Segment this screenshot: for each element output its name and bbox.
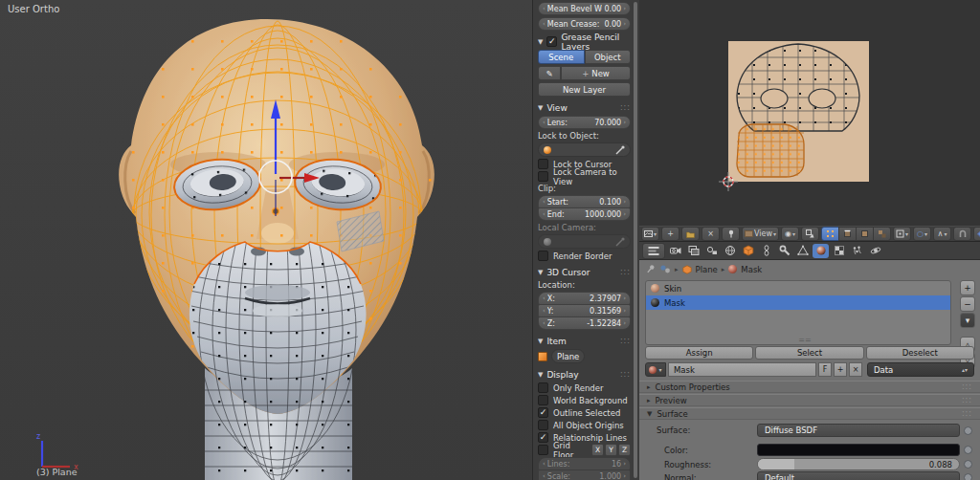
outline-selected-row[interactable]: Outline Selected [538, 407, 631, 418]
color-swatch[interactable] [757, 444, 960, 456]
material-slot-list[interactable]: Skin Mask == [645, 280, 951, 345]
grease-scene-button[interactable]: Scene [538, 50, 585, 64]
panel-grip[interactable]: ::: [962, 409, 972, 418]
item-panel-header[interactable]: ▼ Item ::: [538, 335, 631, 347]
breadcrumb-object[interactable]: Plane [696, 265, 718, 274]
normal-dropdown[interactable]: Default [757, 471, 960, 480]
tab-render-layers[interactable] [685, 244, 702, 258]
tab-physics[interactable] [867, 244, 883, 258]
snap-toggle[interactable] [953, 227, 971, 241]
falloff-dropdown[interactable]: ∧▾ [933, 227, 951, 241]
item-name-field[interactable]: Plane [551, 349, 585, 363]
lens-slider[interactable]: ‹ Lens: 70.000 › [538, 116, 631, 129]
remove-slot-button[interactable]: − [960, 296, 975, 312]
browse-material-button[interactable]: ▾ [645, 362, 666, 377]
fake-user-button[interactable]: F [818, 362, 832, 377]
tab-object-data[interactable] [794, 244, 811, 258]
pin-icon[interactable] [646, 264, 656, 274]
normal-socket-icon[interactable] [964, 473, 972, 480]
eyedropper-icon[interactable] [615, 237, 625, 247]
color-socket-icon[interactable] [964, 446, 972, 454]
grid-scale-slider[interactable]: ‹ Scale: 1.000 › [538, 469, 631, 480]
pivot-dropdown[interactable]: ◉▾ [781, 227, 799, 241]
viewport-3d[interactable]: User Ortho z x (3) Plane [0, 0, 532, 480]
material-slot-mask[interactable]: Mask [646, 295, 950, 310]
grease-object-button[interactable]: Object [585, 50, 632, 64]
vertex-select-mode[interactable] [821, 227, 839, 241]
clip-end-slider[interactable]: ‹ End: 1000.000 › [538, 207, 631, 221]
pencil-icon[interactable]: ✎ [538, 66, 561, 80]
roughness-socket-icon[interactable] [964, 460, 972, 469]
edge-select-mode[interactable] [838, 227, 857, 241]
grease-pencil-checkbox[interactable] [546, 36, 557, 47]
grease-new-button[interactable]: +New [561, 66, 631, 80]
grid-z-toggle[interactable]: Z [618, 444, 631, 456]
all-object-origins-checkbox[interactable] [538, 420, 548, 430]
view-menu-dropdown[interactable]: View ▾ [742, 227, 779, 241]
relationship-lines-checkbox[interactable] [538, 432, 548, 443]
lock-camera-row[interactable]: Lock Camera to View [538, 171, 631, 182]
panel-grip[interactable]: ::: [962, 382, 972, 391]
panel-grip[interactable]: ::: [620, 268, 631, 276]
world-background-checkbox[interactable] [538, 395, 548, 405]
outline-selected-checkbox[interactable] [538, 407, 548, 418]
material-slot-skin[interactable]: Skin [646, 281, 950, 295]
n-panel-scrollbar[interactable] [634, 2, 637, 478]
panel-grip[interactable]: ::: [620, 337, 631, 345]
only-render-checkbox[interactable] [538, 382, 548, 393]
panel-grip[interactable]: ::: [962, 396, 972, 404]
grid-x-toggle[interactable]: X [591, 444, 604, 456]
select-button[interactable]: Select [755, 346, 863, 360]
grid-floor-row[interactable]: Grid Floor X Y Z [538, 445, 631, 455]
unlink-material-button[interactable]: × [849, 362, 862, 377]
face-select-mode[interactable] [856, 227, 874, 241]
grid-lines-slider[interactable]: ‹ Lines: 16 › [538, 457, 631, 470]
add-slot-button[interactable]: + [960, 280, 975, 295]
slot-specials-button[interactable]: ▾ [960, 313, 975, 328]
breadcrumb-material[interactable]: Mask [741, 265, 762, 274]
display-mode-dropdown[interactable]: Data ▴▾ [867, 362, 974, 377]
uv-image-editor[interactable] [639, 0, 980, 226]
editor-type-button[interactable]: ▾ [641, 227, 659, 241]
cursor-x-slider[interactable]: ‹ X: 2.37907 › [538, 292, 631, 305]
only-render-row[interactable]: Only Render [538, 382, 631, 393]
material-nodes-icon[interactable] [659, 264, 671, 274]
list-resize-grip[interactable]: == [798, 338, 812, 343]
unlink-image-button[interactable]: × [702, 227, 720, 241]
mean-bevel-slider[interactable]: ‹ Mean Bevel Weig: 0.00 › [538, 2, 631, 15]
mean-crease-slider[interactable]: ‹ Mean Crease: 0.00 › [538, 17, 631, 31]
proportional-edit-dropdown[interactable]: ○▾ [913, 227, 931, 241]
local-camera-field[interactable] [538, 234, 631, 249]
panel-grip[interactable]: ::: [620, 370, 631, 379]
pin-button[interactable] [722, 227, 740, 241]
new-material-button[interactable]: + [834, 362, 847, 377]
uv-sync-toggle[interactable] [801, 227, 819, 241]
roughness-slider[interactable]: 0.088 [757, 458, 960, 470]
surface-socket-icon[interactable] [964, 426, 972, 435]
sticky-select-dropdown[interactable]: ▾ [893, 227, 911, 241]
tab-object[interactable] [740, 244, 756, 258]
preview-panel-header[interactable]: ▸ Preview ::: [639, 394, 980, 406]
view-panel-header[interactable]: ▼ View ::: [538, 101, 631, 114]
deselect-button[interactable]: Deselect [866, 346, 974, 360]
cursor-y-slider[interactable]: ‹ Y: 0.31569 › [538, 304, 631, 317]
tab-particles[interactable] [849, 244, 865, 258]
tab-constraints[interactable] [758, 244, 774, 258]
grid-floor-checkbox[interactable] [538, 445, 548, 455]
custom-properties-panel-header[interactable]: ▸ Custom Properties ::: [639, 381, 980, 393]
assign-button[interactable]: Assign [645, 346, 753, 360]
snap-element-dropdown[interactable]: ◈▾ [973, 227, 980, 241]
grid-y-toggle[interactable]: Y [605, 444, 617, 456]
render-border-checkbox[interactable] [538, 251, 548, 261]
surface-panel-header[interactable]: ▼ Surface ::: [639, 407, 980, 420]
tab-texture[interactable] [831, 244, 847, 258]
island-select-mode[interactable] [873, 227, 891, 241]
panel-grip[interactable]: ::: [620, 103, 631, 112]
uv-island-selected[interactable] [737, 124, 804, 177]
world-background-row[interactable]: World Background [538, 395, 631, 405]
editor-type-button[interactable] [642, 243, 665, 259]
new-layer-button[interactable]: New Layer [538, 82, 631, 97]
cursor-3d-header[interactable]: ▼ 3D Cursor ::: [538, 266, 631, 278]
lock-to-cursor-checkbox[interactable] [538, 159, 548, 169]
surface-type-dropdown[interactable]: Diffuse BSDF [757, 424, 960, 437]
